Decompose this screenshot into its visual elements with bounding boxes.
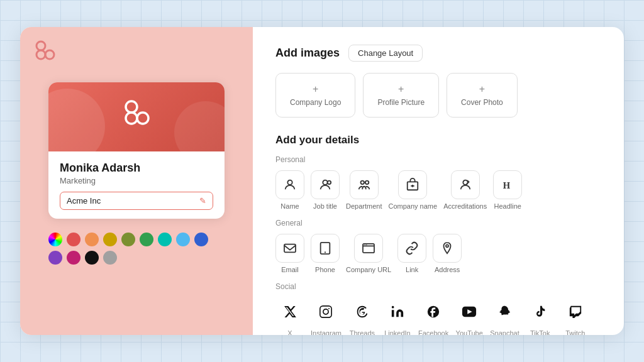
social-threads[interactable]: Threads xyxy=(348,297,377,335)
email-label: Email xyxy=(281,266,299,273)
svg-point-9 xyxy=(360,181,364,185)
department-label: Department xyxy=(346,202,382,210)
detail-accreditations[interactable]: Accreditations xyxy=(443,170,487,210)
card-company-row[interactable]: Acme Inc ✎ xyxy=(60,192,213,210)
color-blue[interactable] xyxy=(194,233,208,246)
color-red[interactable] xyxy=(67,233,80,246)
youtube-icon-box xyxy=(455,297,484,326)
personal-items: Name Job title xyxy=(275,170,601,210)
left-panel: Monika Adarsh Marketing Acme Inc ✎ xyxy=(20,27,253,335)
svg-point-5 xyxy=(137,112,148,124)
detail-name[interactable]: Name xyxy=(275,170,304,210)
detail-link[interactable]: Link xyxy=(397,234,426,273)
svg-point-19 xyxy=(364,244,365,245)
app-logo xyxy=(34,40,57,70)
youtube-label: YouTube xyxy=(456,329,483,335)
linkedin-icon-box xyxy=(383,297,412,326)
social-twitch[interactable]: Twitch xyxy=(561,297,590,335)
detail-department[interactable]: Department xyxy=(346,170,382,210)
detail-company-name[interactable]: Company name xyxy=(388,170,437,210)
accreditations-label: Accreditations xyxy=(443,202,487,210)
svg-point-24 xyxy=(329,308,330,309)
color-teal[interactable] xyxy=(158,233,172,246)
detail-headline[interactable]: H Headline xyxy=(493,170,522,210)
card-job-title: Marketing xyxy=(60,176,213,185)
link-label: Link xyxy=(406,266,418,273)
detail-job-title[interactable]: Job title xyxy=(311,170,340,210)
twitch-icon-box xyxy=(561,297,590,326)
company-logo-label: Company Logo xyxy=(290,98,341,107)
social-facebook[interactable]: Facebook xyxy=(418,297,448,335)
svg-point-4 xyxy=(126,112,137,124)
phone-label: Phone xyxy=(315,266,335,273)
change-layout-button[interactable]: Change Layout xyxy=(348,45,423,62)
svg-point-21 xyxy=(446,244,448,247)
color-green[interactable] xyxy=(140,233,153,246)
headline-label: Headline xyxy=(494,202,521,210)
address-label: Address xyxy=(435,266,460,273)
job-title-icon-box xyxy=(311,170,340,199)
add-images-title: Add images xyxy=(275,47,340,60)
svg-point-8 xyxy=(328,181,331,185)
social-items: X Instagram Threads xyxy=(275,297,601,335)
snapchat-icon-box xyxy=(490,297,519,326)
snapchat-label: Snapchat xyxy=(490,329,519,335)
color-pink-dark[interactable] xyxy=(67,251,80,265)
profile-picture-label: Profile Picture xyxy=(377,98,425,107)
general-section-label: General xyxy=(275,219,601,228)
svg-point-1 xyxy=(36,50,45,59)
card-header xyxy=(48,82,225,151)
job-title-label: Job title xyxy=(313,202,337,210)
svg-rect-22 xyxy=(320,306,331,317)
color-gray[interactable] xyxy=(103,251,117,265)
color-blue-light[interactable] xyxy=(176,233,190,246)
company-name-icon-box xyxy=(398,170,427,199)
card-name: Monika Adarsh xyxy=(60,162,213,175)
address-icon-box xyxy=(433,234,462,263)
detail-company-url[interactable]: Company URL xyxy=(346,234,391,273)
headline-icon-box: H xyxy=(493,170,522,199)
profile-picture-button[interactable]: + Profile Picture xyxy=(363,73,439,118)
color-black[interactable] xyxy=(85,251,99,265)
social-snapchat[interactable]: Snapchat xyxy=(490,297,519,335)
color-olive[interactable] xyxy=(121,233,135,246)
social-linkedin[interactable]: LinkedIn xyxy=(383,297,412,335)
color-purple[interactable] xyxy=(48,251,62,265)
color-orange[interactable] xyxy=(85,233,99,246)
email-icon-box xyxy=(275,234,304,263)
company-logo-button[interactable]: + Company Logo xyxy=(275,73,355,118)
social-section-label: Social xyxy=(275,282,601,291)
tiktok-icon-box xyxy=(526,297,555,326)
detail-address[interactable]: Address xyxy=(433,234,462,273)
add-images-header: Add images Change Layout xyxy=(275,45,601,62)
facebook-label: Facebook xyxy=(418,329,448,335)
x-label: X xyxy=(287,329,292,335)
card-preview: Monika Adarsh Marketing Acme Inc ✎ xyxy=(48,82,225,219)
svg-point-0 xyxy=(36,41,45,50)
company-name-label: Company name xyxy=(388,202,437,210)
cover-photo-button[interactable]: + Cover Photo xyxy=(447,73,518,118)
linkedin-label: LinkedIn xyxy=(384,329,411,335)
svg-point-23 xyxy=(323,309,328,314)
link-icon-box xyxy=(397,234,426,263)
accreditations-icon-box xyxy=(451,170,480,199)
company-logo-plus: + xyxy=(313,84,318,95)
social-youtube[interactable]: YouTube xyxy=(455,297,484,335)
svg-point-6 xyxy=(287,180,292,185)
color-multicolor[interactable] xyxy=(48,233,62,246)
social-x[interactable]: X xyxy=(275,297,304,335)
phone-icon-box xyxy=(311,234,340,263)
social-tiktok[interactable]: TikTok xyxy=(526,297,555,335)
color-yellow[interactable] xyxy=(103,233,117,246)
company-url-icon-box xyxy=(354,234,383,263)
svg-rect-29 xyxy=(574,309,575,312)
svg-rect-30 xyxy=(577,309,578,312)
card-edit-icon[interactable]: ✎ xyxy=(199,196,206,206)
detail-phone[interactable]: Phone xyxy=(311,234,340,273)
social-instagram[interactable]: Instagram xyxy=(311,297,341,335)
color-palette xyxy=(48,233,225,265)
department-icon-box xyxy=(350,170,379,199)
tiktok-label: TikTok xyxy=(530,329,550,335)
detail-email[interactable]: Email xyxy=(275,234,304,273)
company-url-label: Company URL xyxy=(346,266,391,273)
